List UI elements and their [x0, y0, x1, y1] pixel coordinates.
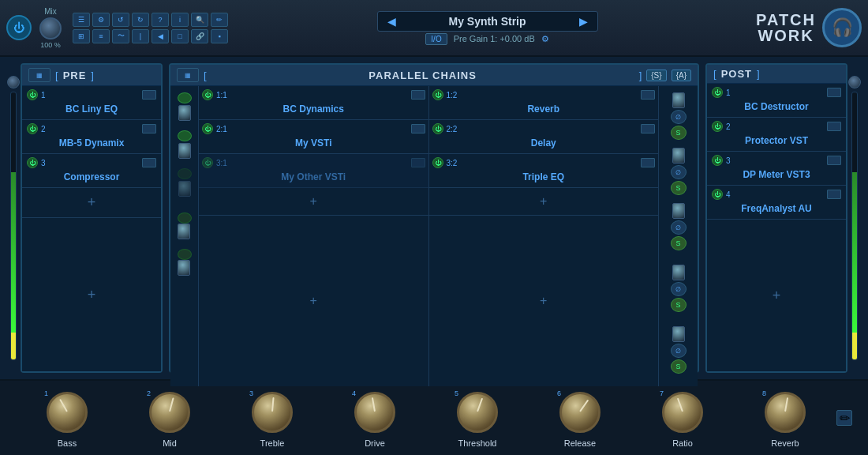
- list-icon[interactable]: ≡: [92, 29, 110, 43]
- mix-knob[interactable]: [39, 17, 62, 39]
- chain1-power[interactable]: [178, 92, 192, 103]
- preset-next-arrow[interactable]: ▶: [579, 15, 588, 28]
- conn2-btn[interactable]: ∅: [671, 165, 687, 179]
- knob-drive[interactable]: [354, 392, 395, 433]
- vol-icon[interactable]: ▪: [211, 29, 228, 43]
- pre-slot3-power[interactable]: ⏻: [27, 157, 38, 168]
- post-slot3-menu[interactable]: [827, 156, 841, 165]
- conn2-s[interactable]: S: [671, 181, 687, 195]
- window-icon[interactable]: □: [171, 29, 189, 43]
- chain5-knob[interactable]: [178, 260, 190, 276]
- post-plugin1-name[interactable]: BC Destructor: [712, 100, 841, 114]
- chain1-add2[interactable]: +: [199, 216, 428, 386]
- post-slot1-power[interactable]: ⏻: [712, 87, 723, 98]
- conn4-btn[interactable]: ∅: [671, 282, 687, 296]
- chain1-plugin1-name[interactable]: BC Dynamics: [202, 102, 425, 116]
- pre-plugin2-name[interactable]: MB-5 Dynamix: [27, 136, 156, 150]
- chain4-power[interactable]: [178, 212, 192, 224]
- link-icon[interactable]: 🔗: [191, 29, 208, 43]
- chain1-add1[interactable]: +: [199, 188, 428, 216]
- post-slot3-power[interactable]: ⏻: [712, 155, 723, 166]
- conn5-s[interactable]: S: [671, 359, 687, 374]
- io-button[interactable]: I/O: [425, 33, 447, 45]
- chain4-knob[interactable]: [178, 224, 190, 239]
- settings2-icon[interactable]: ⚙: [541, 34, 549, 44]
- parallel-badge2[interactable]: {A}: [672, 70, 691, 81]
- post-plugin2-name[interactable]: Protector VST: [712, 133, 841, 148]
- chain2-plugin1-name[interactable]: Reverb: [432, 102, 656, 116]
- preset-prev-arrow[interactable]: ◀: [387, 15, 396, 28]
- chain1-slot1-power[interactable]: ⏻: [202, 89, 213, 100]
- conn1-s[interactable]: S: [671, 126, 687, 140]
- chain1-slot3-menu[interactable]: [411, 158, 425, 167]
- knob-treble[interactable]: [252, 392, 293, 433]
- chain1-slot2-menu[interactable]: [411, 124, 425, 133]
- chain2-plugin3-name[interactable]: Triple EQ: [432, 170, 656, 184]
- meter-left-knob[interactable]: [7, 76, 20, 88]
- chain2-power[interactable]: [178, 130, 192, 141]
- chain2-slot1-power[interactable]: ⏻: [432, 89, 443, 100]
- knob-reverb[interactable]: [765, 392, 806, 433]
- pre-plugin3-name[interactable]: Compressor: [27, 170, 156, 184]
- conn4-s[interactable]: S: [671, 298, 687, 312]
- knob-release[interactable]: [559, 392, 600, 433]
- conn3-s[interactable]: S: [671, 236, 687, 250]
- menu-icon[interactable]: ☰: [73, 13, 90, 27]
- help-icon[interactable]: ?: [152, 13, 169, 27]
- power-button[interactable]: ⏻: [6, 15, 32, 40]
- post-slot4-power[interactable]: ⏻: [712, 189, 723, 200]
- knob-mid[interactable]: [149, 392, 190, 433]
- conn1-knob[interactable]: [672, 92, 685, 108]
- conn3-knob[interactable]: [672, 203, 685, 219]
- pre-slot3-menu[interactable]: [142, 158, 156, 167]
- chain1-knob[interactable]: [178, 105, 191, 121]
- chain2-add1[interactable]: +: [429, 188, 659, 216]
- knob-threshold[interactable]: [457, 392, 498, 433]
- chain1-slot3-power[interactable]: ⏻: [202, 157, 213, 168]
- zoom-icon[interactable]: 🔍: [191, 13, 208, 27]
- redo-icon[interactable]: ↻: [132, 13, 149, 27]
- info-icon[interactable]: i: [171, 13, 189, 27]
- chain3-power[interactable]: [178, 168, 192, 179]
- chain2-slot1-menu[interactable]: [641, 90, 655, 100]
- conn4-knob[interactable]: [672, 265, 685, 280]
- meter-right-knob[interactable]: [848, 76, 861, 88]
- edit-pencil-icon[interactable]: ✏: [836, 410, 852, 426]
- chain1-plugin2-name[interactable]: My VSTi: [202, 136, 425, 150]
- chain2-knob[interactable]: [178, 143, 191, 159]
- chain2-slot2-menu[interactable]: [641, 124, 655, 133]
- post-slot2-menu[interactable]: [827, 122, 841, 131]
- chain2-slot3-power[interactable]: ⏻: [432, 157, 443, 168]
- post-slot4-menu[interactable]: [827, 190, 841, 199]
- pre-add-slot-2[interactable]: +: [22, 218, 161, 371]
- conn3-btn[interactable]: ∅: [671, 220, 687, 235]
- chain2-slot3-menu[interactable]: [641, 158, 655, 167]
- chain3-knob[interactable]: [178, 181, 191, 197]
- conn5-btn[interactable]: ∅: [671, 344, 687, 358]
- pre-slot1-menu[interactable]: [142, 90, 156, 100]
- pre-slot1-power[interactable]: ⏻: [27, 89, 38, 100]
- pre-add-slot-1[interactable]: +: [22, 188, 161, 218]
- parallel-badge1[interactable]: {S}: [646, 70, 666, 81]
- chain2-plugin2-name[interactable]: Delay: [432, 136, 656, 150]
- undo-icon[interactable]: ↺: [112, 13, 129, 27]
- pre-slot2-menu[interactable]: [142, 124, 156, 133]
- knob-bass[interactable]: [47, 392, 88, 433]
- chain5-power[interactable]: [178, 249, 192, 260]
- grid-icon[interactable]: ⊞: [73, 29, 90, 43]
- chain1-slot1-menu[interactable]: [411, 90, 425, 100]
- chain1-slot2-power[interactable]: ⏻: [202, 123, 213, 134]
- chain2-add2[interactable]: +: [429, 216, 659, 386]
- pre-slot2-power[interactable]: ⏻: [27, 123, 38, 134]
- pre-plugin1-name[interactable]: BC Liny EQ: [27, 102, 156, 116]
- post-plugin3-name[interactable]: DP Meter VST3: [712, 167, 841, 182]
- post-plugin4-name[interactable]: FreqAnalyst AU: [712, 201, 841, 216]
- conn5-knob[interactable]: [672, 326, 685, 342]
- back-icon[interactable]: ◀: [152, 29, 169, 43]
- edit2-icon[interactable]: ✏: [211, 13, 228, 27]
- chain2-slot2-power[interactable]: ⏻: [432, 123, 443, 134]
- post-add-slot[interactable]: +: [707, 220, 846, 371]
- chain1-plugin3-name[interactable]: My Other VSTi: [202, 170, 425, 184]
- wave-icon[interactable]: 〜: [112, 29, 129, 43]
- bar-icon[interactable]: |: [132, 29, 149, 43]
